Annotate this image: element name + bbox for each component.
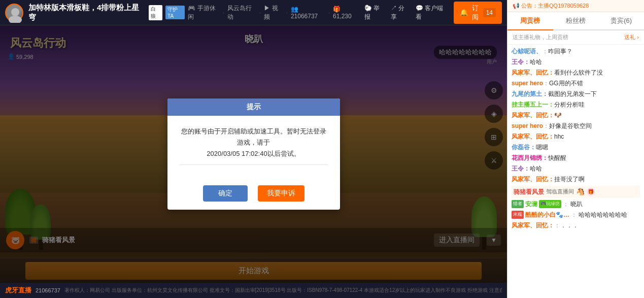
stream-title: 加特林版本滑板鞋，4排带粉上星穹	[28, 3, 142, 22]
nav-views: 👥 21066737	[291, 6, 325, 20]
chat-message: 🐶	[554, 112, 562, 119]
chat-username: 安澜	[525, 200, 537, 209]
announcement-text: 公告：主播QQ1978059628	[521, 3, 589, 9]
nav-map[interactable]: 风云岛行动	[227, 4, 256, 21]
dialog-overlay: 提示 您的账号由于开启辅助或加速工具。暂时无法登录游戏，请于2020/03/05…	[0, 25, 507, 283]
list-item: 心鲸呢语、：咋回事？	[512, 47, 640, 56]
chat-username: 挂主播五上一：	[512, 101, 554, 108]
list-item: 你磊谷：嗯嗯	[512, 143, 640, 152]
sidebar-gift-bar: 送主播礼物，上周贡榜 送礼 ›	[507, 30, 644, 45]
announcement-icon: 📢	[513, 3, 520, 9]
list-item: 花西月锦绣：快醒醒	[512, 153, 640, 162]
client-btn[interactable]: 💬 客户端看	[416, 4, 448, 21]
sidebar-announcement: 📢 公告：主播QQ1978059628	[507, 0, 644, 12]
list-item: super hero：GG用的不错	[512, 79, 640, 88]
list-item: 风家军、回忆：🐶	[512, 111, 640, 120]
nav-gifts: 🎁 61,230	[333, 6, 359, 20]
chat-message: 嗯嗯	[536, 144, 548, 151]
share-btn[interactable]: ↗ 分享	[391, 4, 410, 21]
chat-username: 心鲸呢语、	[512, 48, 542, 55]
badge-guard: 守护TA	[165, 6, 185, 19]
chat-message: 分析分析哇	[554, 101, 585, 108]
chat-message: 咋回事？	[548, 48, 572, 55]
chat-message: ．．．	[560, 222, 579, 229]
list-item: 米糯 酷酷的小白🐾… ： 哈哈哈哈哈哈哈哈	[512, 210, 640, 219]
subscribe-button[interactable]: 🔔 订阅 14	[454, 2, 502, 24]
chat-message: 哈哈	[530, 58, 542, 65]
svg-point-0	[11, 8, 19, 16]
chat-username: 风家军、回忆：	[512, 133, 554, 140]
dialog: 提示 您的账号由于开启辅助或加速工具。暂时无法登录游戏，请于2020/03/05…	[167, 98, 340, 210]
chat-action: 驾临直播间	[546, 187, 574, 196]
list-item: 风家军、回忆：hhc	[512, 132, 640, 141]
chat-username: 你磊谷：	[512, 144, 536, 151]
dialog-actions: 确定 我要申诉	[167, 180, 340, 210]
report-btn[interactable]: 🐑 举报	[364, 4, 385, 21]
chat-username: super hero	[512, 122, 543, 129]
game-background: 风云岛行动 晓趴 哈哈哈哈哈哈哈哈 用户 👤 59,298 ⚙ ◈	[0, 25, 507, 283]
nav-game[interactable]: 🎮 手游休闲	[188, 4, 220, 21]
gift-icon: 🎁	[587, 188, 595, 196]
tab-weekly[interactable]: 周贡榜	[507, 12, 553, 30]
svg-point-1	[9, 16, 22, 23]
chat-username: 骑猪看风景	[514, 187, 544, 196]
dialog-divider	[180, 164, 328, 165]
list-item: 王令：哈哈	[512, 164, 640, 173]
list-item: 九尾的第土：截图的兄弟发一下	[512, 89, 640, 98]
list-item: 风家军、回忆：挂哥没了啊	[512, 175, 640, 184]
dialog-message: 您的账号由于开启辅助或加速工具。暂时无法登录游戏，请于2020/03/05 17…	[181, 127, 326, 157]
footer-id: 21066737	[36, 287, 60, 293]
chat-message: hhc	[554, 133, 564, 140]
badge-level: 白狼	[149, 5, 162, 20]
badge-green: 猎者	[512, 200, 524, 208]
dialog-header: 提示	[167, 98, 340, 116]
chat-username: 九尾的第土：	[512, 90, 548, 97]
list-item: 风家军、回忆：看到什么软件了没	[512, 68, 640, 77]
horse-icon: 🐴	[576, 186, 585, 197]
chat-username: 风家军、回忆：	[512, 69, 554, 76]
footer-copyright: 著作权人：网易公司 出版服务单位：杭州文昊文化传播有限公司 批准文号：国新出审[…	[64, 287, 502, 294]
gift-bar-text: 送主播礼物，上周贡榜	[513, 34, 568, 41]
chat-message: 看到什么软件了没	[554, 69, 603, 76]
chat-message: 挂哥没了啊	[554, 176, 585, 183]
chat-username: 酷酷的小白🐾…	[525, 210, 569, 219]
stream-footer: 虎牙直播 21066737 著作权人：网易公司 出版服务单位：杭州文昊文化传播有…	[0, 283, 507, 298]
header-badges: 白狼 守护TA 🎮 手游休闲 · 风云岛行动 · ▶ 视频 · 👥 210667…	[149, 4, 359, 21]
chat-username: 花西月锦绣：	[512, 154, 548, 161]
stream-video: 风云岛行动 晓趴 哈哈哈哈哈哈哈哈 用户 👤 59,298 ⚙ ◈	[0, 25, 507, 283]
footer-logo: 虎牙直播	[5, 286, 31, 295]
chat-username: 王令：	[512, 165, 530, 172]
list-item: super hero：好像是谷歌空间	[512, 121, 640, 130]
chat-username: 风家军、回忆：	[512, 112, 554, 119]
chat-username: 风家军、回忆：	[512, 176, 554, 183]
chat-username: 风家军、回忆：	[512, 222, 554, 229]
header: 加特林版本滑板鞋，4排带粉上星穹 白狼 守护TA 🎮 手游休闲 · 风云岛行动 …	[0, 0, 507, 25]
chat-message: 哈哈哈哈哈哈哈哈	[579, 210, 627, 219]
list-item: 王令：哈哈	[512, 57, 640, 67]
chat-message: 哈哈	[530, 165, 542, 172]
main-layout: 加特林版本滑板鞋，4排带粉上星穹 白狼 守护TA 🎮 手游休闲 · 风云岛行动 …	[0, 0, 644, 298]
chat-message: 截图的兄弟发一下	[548, 90, 597, 97]
list-item: 猎者 安澜 🎮玩绿坊 ： 晓趴	[512, 200, 640, 209]
list-item: 骑猪看风景 驾临直播间 🐴 🎁	[512, 185, 640, 198]
sidebar: 📢 公告：主播QQ1978059628 周贡榜 粉丝榜 贵宾(6) 送主播礼物，…	[507, 0, 644, 298]
gift-button[interactable]: 送礼 ›	[624, 34, 639, 41]
chat-username: 王令：	[512, 58, 530, 65]
header-right: 🐑 举报 ↗ 分享 💬 客户端看 🔔 订阅 14	[364, 2, 502, 24]
chat-message: 晓趴	[570, 200, 583, 209]
confirm-button[interactable]: 确定	[203, 185, 248, 202]
list-item: 风家军、回忆：：．．．	[512, 221, 640, 230]
badge-game: 🎮玩绿坊	[539, 200, 561, 208]
chat-username: super hero	[512, 80, 543, 87]
nav-video[interactable]: ▶ 视频	[264, 4, 283, 21]
chat-message: GG用的不错	[549, 80, 583, 87]
tab-vip[interactable]: 贵宾(6)	[598, 12, 644, 29]
chat-list: 心鲸呢语、：咋回事？ 王令：哈哈 风家军、回忆：看到什么软件了没 super h…	[507, 45, 644, 298]
dialog-body: 您的账号由于开启辅助或加速工具。暂时无法登录游戏，请于2020/03/05 17…	[167, 116, 340, 180]
sidebar-tabs: 周贡榜 粉丝榜 贵宾(6)	[507, 12, 644, 30]
list-item: 挂主播五上一：分析分析哇	[512, 100, 640, 109]
chat-message: 好像是谷歌空间	[549, 122, 592, 129]
chat-message: 快醒醒	[548, 154, 566, 161]
complain-button[interactable]: 我要申诉	[258, 185, 304, 202]
tab-fans[interactable]: 粉丝榜	[553, 12, 599, 29]
